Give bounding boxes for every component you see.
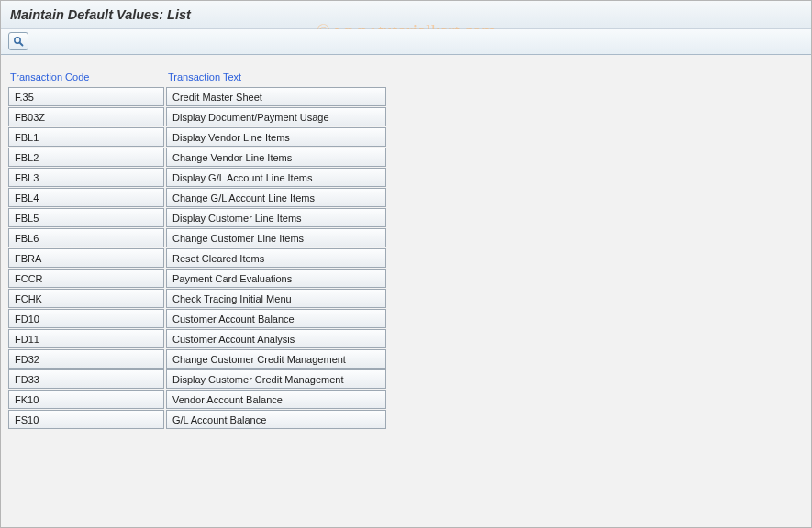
transactions-table: Transaction Code Transaction Text F.35Cr…	[8, 70, 804, 430]
table-cell-text[interactable]: Vendor Account Balance	[166, 390, 386, 409]
table-cell-text[interactable]: Display Customer Line Items	[166, 208, 386, 227]
table-cell-text[interactable]: Display Vendor Line Items	[166, 127, 386, 147]
title-bar: Maintain Default Values: List	[1, 1, 811, 29]
table-cell-code[interactable]: FBL3	[8, 168, 164, 187]
table-cell-code[interactable]: FD32	[8, 349, 164, 368]
table-cell-text[interactable]: Check Tracing Initial Menu	[166, 289, 386, 308]
table-cell-text[interactable]: Display G/L Account Line Items	[166, 168, 386, 187]
svg-line-1	[20, 43, 23, 46]
table-cell-code[interactable]: FD33	[8, 369, 164, 389]
content-area: Transaction Code Transaction Text F.35Cr…	[1, 55, 811, 437]
magnifier-icon	[12, 35, 25, 48]
table-cell-text[interactable]: Reset Cleared Items	[166, 248, 386, 268]
table-cell-code[interactable]: FBRA	[8, 248, 164, 268]
table-cell-code[interactable]: FBL2	[8, 148, 164, 167]
table-cell-code[interactable]: FS10	[8, 410, 164, 429]
table-cell-text[interactable]: Display Document/Payment Usage	[166, 107, 386, 126]
column-header-text[interactable]: Transaction Text	[166, 70, 386, 87]
table-cell-text[interactable]: Payment Card Evaluations	[166, 269, 386, 288]
table-cell-text[interactable]: Customer Account Balance	[166, 309, 386, 328]
table-cell-text[interactable]: Change Vendor Line Items	[166, 148, 386, 167]
table-cell-code[interactable]: FD10	[8, 309, 164, 328]
table-cell-text[interactable]: Change G/L Account Line Items	[166, 188, 386, 207]
table-cell-text[interactable]: Customer Account Analysis	[166, 329, 386, 348]
table-cell-code[interactable]: FBL5	[8, 208, 164, 227]
table-cell-code[interactable]: FBL1	[8, 127, 164, 147]
table-cell-code[interactable]: FBL6	[8, 228, 164, 248]
table-cell-text[interactable]: Display Customer Credit Management	[166, 369, 386, 389]
table-cell-text[interactable]: Change Customer Line Items	[166, 228, 386, 248]
table-cell-text[interactable]: Credit Master Sheet	[166, 87, 386, 106]
table-cell-code[interactable]: FB03Z	[8, 107, 164, 126]
app-window: Maintain Default Values: List © www.tuto…	[0, 0, 812, 528]
table-cell-code[interactable]: FBL4	[8, 188, 164, 207]
table-cell-code[interactable]: FK10	[8, 390, 164, 409]
application-toolbar	[1, 29, 811, 55]
table-cell-text[interactable]: G/L Account Balance	[166, 410, 386, 429]
table-cell-code[interactable]: F.35	[8, 87, 164, 106]
table-cell-code[interactable]: FCCR	[8, 269, 164, 288]
choose-button[interactable]	[8, 32, 28, 50]
column-header-code[interactable]: Transaction Code	[8, 70, 164, 87]
table-cell-code[interactable]: FD11	[8, 329, 164, 348]
page-title: Maintain Default Values: List	[10, 7, 191, 22]
table-cell-text[interactable]: Change Customer Credit Management	[166, 349, 386, 368]
table-cell-code[interactable]: FCHK	[8, 289, 164, 308]
